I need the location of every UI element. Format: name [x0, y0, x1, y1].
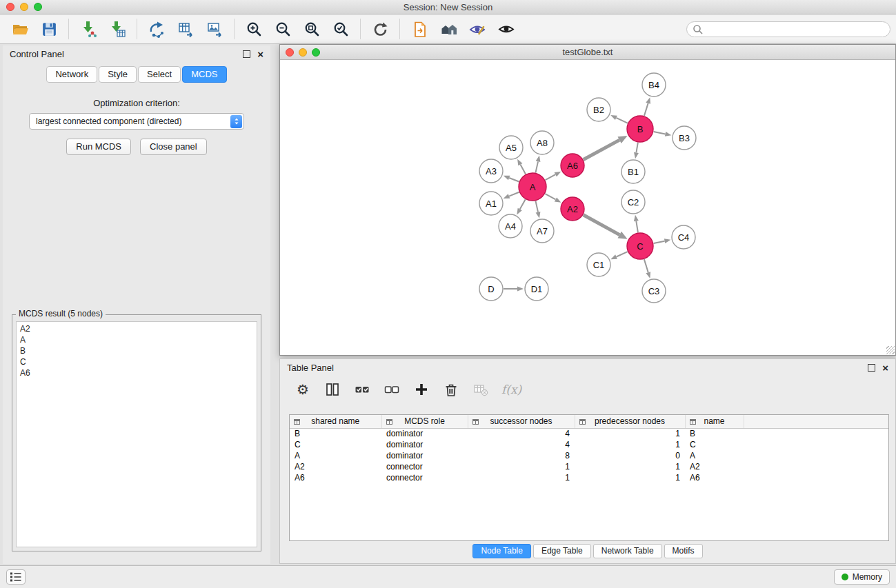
table-cell[interactable]: C	[685, 439, 744, 450]
column-header-successor-nodes[interactable]: successor nodes	[468, 415, 575, 428]
import-network-file-button[interactable]	[74, 16, 103, 42]
table-cell[interactable]: 1	[575, 461, 685, 472]
tab-network[interactable]: Network	[46, 66, 97, 83]
node-C2[interactable]: C2	[621, 190, 645, 214]
table-cell[interactable]: 1	[575, 428, 685, 439]
table-cell[interactable]: dominator	[381, 439, 468, 450]
search-box[interactable]	[686, 21, 890, 37]
node-B[interactable]: B	[627, 116, 653, 142]
result-item[interactable]: A	[20, 334, 253, 345]
run-mcds-button[interactable]: Run MCDS	[66, 139, 131, 155]
table-cell[interactable]: A2	[290, 461, 381, 472]
edge-B-B4[interactable]	[644, 103, 648, 116]
edge-A-A6[interactable]	[546, 174, 556, 180]
zoom-out-button[interactable]	[268, 16, 297, 42]
minimize-network-window-button[interactable]	[299, 48, 307, 57]
close-window-button[interactable]	[6, 3, 14, 11]
node-A4[interactable]: A4	[499, 214, 522, 238]
node-A6[interactable]: A6	[561, 154, 584, 177]
birds-eye-view-button[interactable]	[463, 16, 492, 42]
show-hide-graphics-button[interactable]	[492, 16, 521, 42]
node-A3[interactable]: A3	[479, 159, 503, 183]
float-panel-icon[interactable]	[868, 364, 875, 372]
node-B1[interactable]: B1	[621, 160, 645, 183]
export-network-button[interactable]	[142, 16, 171, 42]
table-cell[interactable]: connector	[381, 472, 468, 483]
table-cell[interactable]: 4	[468, 439, 575, 450]
close-panel-button[interactable]: Close panel	[140, 139, 207, 155]
table-cell[interactable]: A	[290, 450, 381, 461]
edge-A6-B[interactable]	[584, 140, 619, 159]
table-row[interactable]: Bdominator41B	[290, 428, 888, 439]
table-cell[interactable]: A	[685, 450, 744, 461]
zoom-network-window-button[interactable]	[312, 48, 320, 57]
float-panel-icon[interactable]	[243, 50, 250, 58]
edge-A-A2[interactable]	[545, 194, 555, 199]
refresh-button[interactable]	[366, 16, 395, 42]
export-image-button[interactable]	[200, 16, 229, 42]
node-C4[interactable]: C4	[672, 225, 695, 249]
import-table-file-button[interactable]	[103, 16, 132, 42]
node-A[interactable]: A	[519, 173, 546, 201]
table-settings-button[interactable]: ⚙	[294, 381, 312, 398]
select-columns-button[interactable]	[323, 381, 341, 398]
tab-mcds[interactable]: MCDS	[182, 66, 226, 83]
fullscreen-window-button[interactable]	[34, 3, 42, 11]
edge-C-C1[interactable]	[617, 252, 628, 256]
table-cell[interactable]: 0	[575, 450, 685, 461]
delete-button[interactable]	[442, 381, 460, 398]
node-D1[interactable]: D1	[525, 277, 548, 301]
edge-B-B2[interactable]	[616, 118, 628, 123]
table-cell[interactable]: C	[290, 439, 381, 450]
node-A5[interactable]: A5	[499, 136, 523, 159]
edge-B-B1[interactable]	[636, 143, 637, 153]
tab-edge-table[interactable]: Edge Table	[533, 544, 591, 558]
node-B3[interactable]: B3	[673, 126, 696, 150]
network-canvas[interactable]: B4B2BB3A5A8A6A3AB1A1A2C2A4A7C4CC1DD1C3	[280, 60, 895, 355]
column-header-name[interactable]: name	[685, 415, 744, 428]
edge-A-A5[interactable]	[520, 165, 526, 174]
table-row[interactable]: A2connector11A2	[290, 461, 888, 472]
select-all-button[interactable]	[353, 381, 371, 398]
zoom-selected-button[interactable]	[326, 16, 355, 42]
node-A8[interactable]: A8	[530, 131, 554, 154]
edge-B-B3[interactable]	[654, 132, 666, 134]
table-row[interactable]: Adominator80A	[290, 450, 888, 461]
table-cell[interactable]: B	[290, 428, 381, 439]
table-cell[interactable]: 8	[468, 450, 575, 461]
tab-motifs[interactable]: Motifs	[664, 544, 703, 558]
table-row[interactable]: A6connector11A6	[290, 472, 888, 483]
node-C[interactable]: C	[627, 233, 653, 259]
table-cell[interactable]: dominator	[381, 450, 468, 461]
edge-A-A1[interactable]	[509, 192, 519, 196]
table-cell[interactable]: 1	[575, 439, 685, 450]
table-cell[interactable]: A2	[685, 461, 744, 472]
result-item[interactable]: A2	[20, 323, 253, 334]
deselect-all-button[interactable]	[383, 381, 401, 398]
result-item[interactable]: B	[20, 345, 253, 356]
close-panel-icon[interactable]: ×	[257, 50, 263, 58]
export-table-button[interactable]	[171, 16, 200, 42]
close-network-window-button[interactable]	[286, 48, 294, 57]
edge-C-C4[interactable]	[654, 241, 665, 243]
edge-A-A3[interactable]	[509, 178, 519, 181]
table-cell[interactable]: 4	[468, 428, 575, 439]
tab-network-table[interactable]: Network Table	[593, 544, 662, 558]
table-cell[interactable]: A6	[685, 472, 744, 483]
save-session-button[interactable]	[34, 16, 63, 42]
column-header-mcds-role[interactable]: MCDS role	[381, 415, 468, 428]
node-B2[interactable]: B2	[587, 98, 610, 121]
column-header-predecessor-nodes[interactable]: predecessor nodes	[575, 415, 685, 428]
zoom-in-button[interactable]	[239, 16, 268, 42]
zoom-fit-button[interactable]	[297, 16, 326, 42]
table-row[interactable]: Cdominator41C	[290, 439, 888, 450]
tab-node-table[interactable]: Node Table	[472, 544, 531, 558]
node-D[interactable]: D	[479, 277, 503, 301]
close-panel-icon[interactable]: ×	[882, 364, 888, 372]
table-cell[interactable]: dominator	[381, 428, 468, 439]
table-cell[interactable]: A6	[290, 472, 381, 483]
add-button[interactable]	[412, 381, 430, 398]
open-session-button[interactable]	[6, 16, 34, 42]
search-input[interactable]	[706, 24, 884, 34]
edge-A2-C[interactable]	[584, 215, 619, 235]
